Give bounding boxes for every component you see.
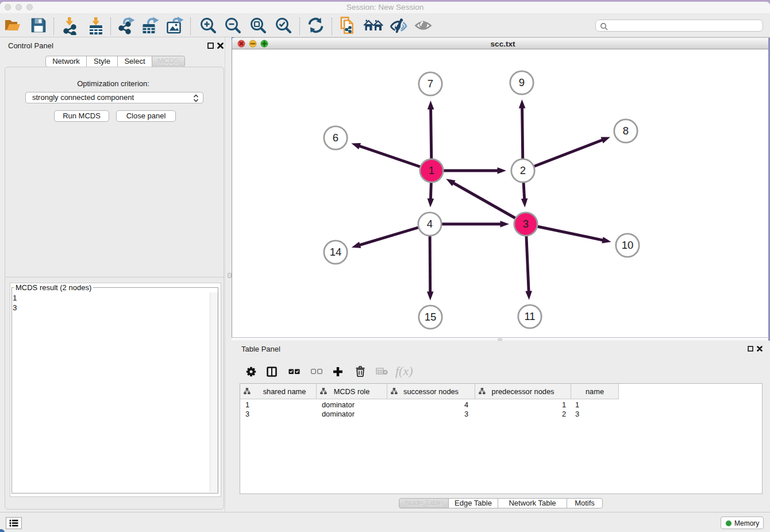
svg-text:15: 15: [425, 311, 437, 323]
svg-text:1: 1: [429, 164, 434, 176]
svg-text:3: 3: [523, 218, 529, 230]
svg-text:14: 14: [330, 246, 342, 258]
svg-text:9: 9: [519, 76, 525, 88]
svg-text:4: 4: [427, 218, 433, 230]
svg-text:2: 2: [520, 164, 526, 176]
svg-text:7: 7: [428, 78, 433, 90]
svg-text:10: 10: [622, 239, 634, 251]
svg-text:8: 8: [623, 125, 629, 137]
svg-text:6: 6: [333, 132, 338, 144]
svg-text:11: 11: [524, 310, 535, 322]
